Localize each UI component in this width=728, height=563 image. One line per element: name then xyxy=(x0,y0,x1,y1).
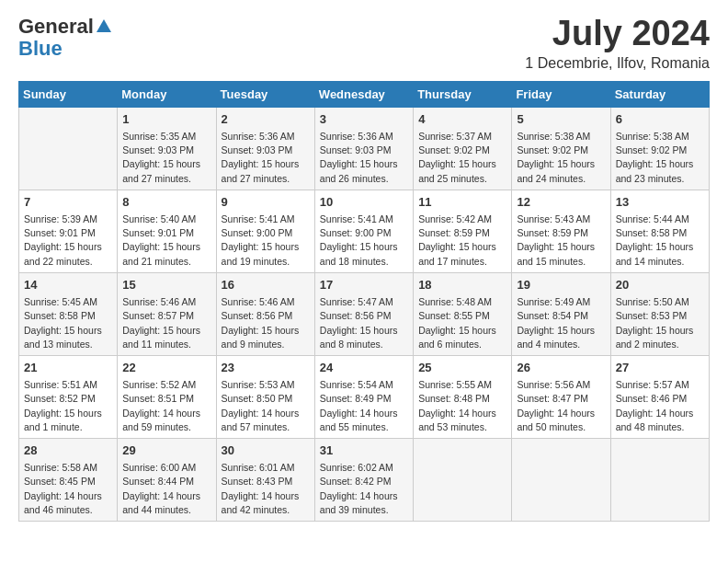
calendar-cell: 25Sunrise: 5:55 AM Sunset: 8:48 PM Dayli… xyxy=(414,355,512,438)
day-header: Friday xyxy=(512,81,610,107)
day-detail: Sunrise: 6:00 AM Sunset: 8:44 PM Dayligh… xyxy=(122,461,210,517)
calendar-cell: 9Sunrise: 5:41 AM Sunset: 9:00 PM Daylig… xyxy=(216,190,314,272)
day-detail: Sunrise: 5:53 AM Sunset: 8:50 PM Dayligh… xyxy=(222,378,310,434)
calendar-week: 7Sunrise: 5:39 AM Sunset: 9:01 PM Daylig… xyxy=(19,190,710,272)
day-detail: Sunrise: 5:37 AM Sunset: 9:02 PM Dayligh… xyxy=(418,130,506,186)
calendar-week: 28Sunrise: 5:58 AM Sunset: 8:45 PM Dayli… xyxy=(19,439,710,522)
day-number: 16 xyxy=(222,277,310,293)
day-detail: Sunrise: 5:46 AM Sunset: 8:57 PM Dayligh… xyxy=(122,295,210,351)
day-number: 10 xyxy=(320,194,408,211)
day-detail: Sunrise: 5:50 AM Sunset: 8:53 PM Dayligh… xyxy=(616,295,704,351)
calendar-cell: 14Sunrise: 5:45 AM Sunset: 8:58 PM Dayli… xyxy=(19,272,118,355)
calendar-week: 14Sunrise: 5:45 AM Sunset: 8:58 PM Dayli… xyxy=(19,272,710,355)
day-detail: Sunrise: 5:58 AM Sunset: 8:45 PM Dayligh… xyxy=(24,461,112,517)
svg-marker-0 xyxy=(97,19,111,32)
calendar-cell: 30Sunrise: 6:01 AM Sunset: 8:43 PM Dayli… xyxy=(216,439,314,522)
logo-blue: Blue xyxy=(18,37,63,61)
day-detail: Sunrise: 5:51 AM Sunset: 8:52 PM Dayligh… xyxy=(24,378,112,434)
day-number: 26 xyxy=(517,360,605,376)
day-number: 31 xyxy=(320,442,408,459)
logo-general: General xyxy=(18,15,94,39)
calendar-cell: 29Sunrise: 6:00 AM Sunset: 8:44 PM Dayli… xyxy=(118,439,216,522)
calendar-cell: 16Sunrise: 5:46 AM Sunset: 8:56 PM Dayli… xyxy=(216,272,314,355)
calendar-cell: 5Sunrise: 5:38 AM Sunset: 9:02 PM Daylig… xyxy=(512,107,610,190)
day-number: 8 xyxy=(122,194,210,211)
day-header: Tuesday xyxy=(216,81,314,107)
calendar-cell: 13Sunrise: 5:44 AM Sunset: 8:58 PM Dayli… xyxy=(610,190,709,272)
day-detail: Sunrise: 5:36 AM Sunset: 9:03 PM Dayligh… xyxy=(320,130,408,186)
day-number: 13 xyxy=(616,194,704,211)
day-detail: Sunrise: 5:38 AM Sunset: 9:02 PM Dayligh… xyxy=(517,130,605,186)
day-detail: Sunrise: 5:52 AM Sunset: 8:51 PM Dayligh… xyxy=(122,378,210,434)
day-number: 7 xyxy=(24,194,112,211)
day-detail: Sunrise: 5:39 AM Sunset: 9:01 PM Dayligh… xyxy=(24,213,112,269)
calendar-cell: 4Sunrise: 5:37 AM Sunset: 9:02 PM Daylig… xyxy=(414,107,512,190)
day-detail: Sunrise: 5:35 AM Sunset: 9:03 PM Dayligh… xyxy=(122,130,210,186)
day-number: 23 xyxy=(222,360,310,376)
calendar-cell: 6Sunrise: 5:38 AM Sunset: 9:02 PM Daylig… xyxy=(610,107,709,190)
day-number: 11 xyxy=(418,194,506,211)
day-number: 30 xyxy=(222,442,310,459)
calendar-cell: 18Sunrise: 5:48 AM Sunset: 8:55 PM Dayli… xyxy=(414,272,512,355)
day-number: 22 xyxy=(122,360,210,376)
day-detail: Sunrise: 5:43 AM Sunset: 8:59 PM Dayligh… xyxy=(517,213,605,269)
month-title: July 2024 xyxy=(525,15,710,53)
calendar-cell: 26Sunrise: 5:56 AM Sunset: 8:47 PM Dayli… xyxy=(512,355,610,438)
calendar-cell: 8Sunrise: 5:40 AM Sunset: 9:01 PM Daylig… xyxy=(118,190,216,272)
day-detail: Sunrise: 6:02 AM Sunset: 8:42 PM Dayligh… xyxy=(320,461,408,517)
calendar-cell: 23Sunrise: 5:53 AM Sunset: 8:50 PM Dayli… xyxy=(216,355,314,438)
calendar-week: 21Sunrise: 5:51 AM Sunset: 8:52 PM Dayli… xyxy=(19,355,710,438)
day-detail: Sunrise: 5:40 AM Sunset: 9:01 PM Dayligh… xyxy=(122,213,210,269)
day-detail: Sunrise: 5:42 AM Sunset: 8:59 PM Dayligh… xyxy=(418,213,506,269)
day-detail: Sunrise: 5:46 AM Sunset: 8:56 PM Dayligh… xyxy=(222,295,310,351)
calendar-cell: 12Sunrise: 5:43 AM Sunset: 8:59 PM Dayli… xyxy=(512,190,610,272)
day-number: 27 xyxy=(616,360,704,376)
header-right: July 2024 1 Decembrie, Ilfov, Romania xyxy=(525,15,710,72)
day-detail: Sunrise: 5:41 AM Sunset: 9:00 PM Dayligh… xyxy=(320,213,408,269)
calendar-cell: 17Sunrise: 5:47 AM Sunset: 8:56 PM Dayli… xyxy=(314,272,413,355)
calendar-cell xyxy=(19,107,118,190)
day-detail: Sunrise: 5:49 AM Sunset: 8:54 PM Dayligh… xyxy=(517,295,605,351)
calendar-cell: 7Sunrise: 5:39 AM Sunset: 9:01 PM Daylig… xyxy=(19,190,118,272)
calendar-cell: 24Sunrise: 5:54 AM Sunset: 8:49 PM Dayli… xyxy=(314,355,413,438)
day-detail: Sunrise: 6:01 AM Sunset: 8:43 PM Dayligh… xyxy=(222,461,310,517)
day-detail: Sunrise: 5:48 AM Sunset: 8:55 PM Dayligh… xyxy=(418,295,506,351)
day-detail: Sunrise: 5:54 AM Sunset: 8:49 PM Dayligh… xyxy=(320,378,408,434)
day-number: 29 xyxy=(122,442,210,459)
day-detail: Sunrise: 5:55 AM Sunset: 8:48 PM Dayligh… xyxy=(418,378,506,434)
calendar-cell: 27Sunrise: 5:57 AM Sunset: 8:46 PM Dayli… xyxy=(610,355,709,438)
day-header: Wednesday xyxy=(314,81,413,107)
calendar-cell xyxy=(610,439,709,522)
day-number: 20 xyxy=(616,277,704,293)
day-detail: Sunrise: 5:56 AM Sunset: 8:47 PM Dayligh… xyxy=(517,378,605,434)
calendar-cell: 31Sunrise: 6:02 AM Sunset: 8:42 PM Dayli… xyxy=(314,439,413,522)
calendar-cell: 22Sunrise: 5:52 AM Sunset: 8:51 PM Dayli… xyxy=(118,355,216,438)
header-row: SundayMondayTuesdayWednesdayThursdayFrid… xyxy=(19,81,710,107)
calendar-table: SundayMondayTuesdayWednesdayThursdayFrid… xyxy=(18,81,710,522)
day-detail: Sunrise: 5:47 AM Sunset: 8:56 PM Dayligh… xyxy=(320,295,408,351)
location: 1 Decembrie, Ilfov, Romania xyxy=(525,55,710,72)
calendar-cell xyxy=(512,439,610,522)
calendar-cell: 28Sunrise: 5:58 AM Sunset: 8:45 PM Dayli… xyxy=(19,439,118,522)
calendar-cell: 11Sunrise: 5:42 AM Sunset: 8:59 PM Dayli… xyxy=(414,190,512,272)
day-header: Sunday xyxy=(19,81,118,107)
logo-icon xyxy=(96,17,112,34)
day-number: 14 xyxy=(24,277,112,293)
day-detail: Sunrise: 5:44 AM Sunset: 8:58 PM Dayligh… xyxy=(616,213,704,269)
day-number: 2 xyxy=(222,111,310,128)
calendar-cell: 15Sunrise: 5:46 AM Sunset: 8:57 PM Dayli… xyxy=(118,272,216,355)
header: General Blue July 2024 1 Decembrie, Ilfo… xyxy=(18,15,710,72)
calendar-cell: 21Sunrise: 5:51 AM Sunset: 8:52 PM Dayli… xyxy=(19,355,118,438)
calendar-page: General Blue July 2024 1 Decembrie, Ilfo… xyxy=(0,0,728,536)
day-header: Monday xyxy=(118,81,216,107)
day-detail: Sunrise: 5:45 AM Sunset: 8:58 PM Dayligh… xyxy=(24,295,112,351)
calendar-cell: 19Sunrise: 5:49 AM Sunset: 8:54 PM Dayli… xyxy=(512,272,610,355)
day-header: Thursday xyxy=(414,81,512,107)
day-number: 3 xyxy=(320,111,408,128)
calendar-cell: 10Sunrise: 5:41 AM Sunset: 9:00 PM Dayli… xyxy=(314,190,413,272)
day-number: 4 xyxy=(418,111,506,128)
day-number: 28 xyxy=(24,442,112,459)
calendar-cell: 1Sunrise: 5:35 AM Sunset: 9:03 PM Daylig… xyxy=(118,107,216,190)
calendar-cell: 20Sunrise: 5:50 AM Sunset: 8:53 PM Dayli… xyxy=(610,272,709,355)
day-header: Saturday xyxy=(610,81,709,107)
